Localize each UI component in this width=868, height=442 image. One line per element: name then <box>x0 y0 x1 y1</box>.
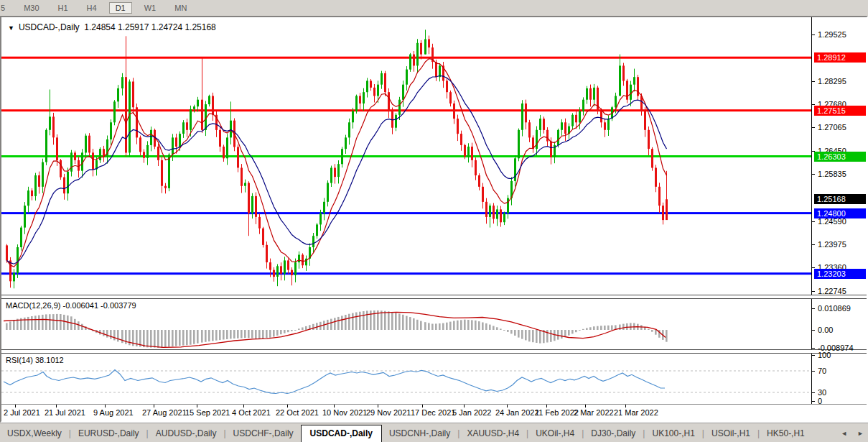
time-tick <box>378 405 378 408</box>
time-axis: 2 Jul 202121 Jul 20219 Aug 202127 Aug 20… <box>1 404 867 423</box>
price-tick <box>812 81 815 82</box>
price-tick <box>812 34 815 35</box>
period-button-w1[interactable]: W1 <box>138 2 163 14</box>
price-badge-1.26303: 1.26303 <box>814 152 866 162</box>
period-toolbar: 5M30H1H4D1W1MN <box>0 0 868 16</box>
x-axis-label: 15 Sep 2021 <box>185 408 230 417</box>
price-tick <box>812 127 815 128</box>
period-button-h4[interactable]: H4 <box>80 2 103 14</box>
tab-usdchf-daily[interactable]: USDCHF-,Daily <box>226 425 301 441</box>
tab-usdcad-daily[interactable]: USDCAD-,Daily <box>301 425 382 442</box>
x-axis-label: 21 Jul 2021 <box>45 408 85 417</box>
x-axis-label: 22 Oct 2021 <box>276 408 319 417</box>
time-tick <box>154 405 154 408</box>
x-axis-label: 21 Mar 2022 <box>614 408 658 417</box>
price-badge-1.23203: 1.23203 <box>814 269 866 279</box>
rsi-plot[interactable] <box>1 354 811 404</box>
macd-tick-label: 0.00 <box>818 326 833 334</box>
chart-tab-bar: USDX,Weekly|EURUSD-,Daily|AUDUSD-,Daily|… <box>0 423 868 442</box>
x-axis-label: 2 Jul 2021 <box>4 408 40 417</box>
price-tick-label: 1.25835 <box>818 170 846 178</box>
tab-xauusd-h4[interactable]: XAUUSD-,H4 <box>459 425 526 441</box>
x-axis-label: 10 Nov 2021 <box>322 408 367 417</box>
x-axis-label: 24 Jan 2022 <box>495 408 539 417</box>
time-tick <box>15 405 16 408</box>
rsi-tick-label: 70 <box>818 367 826 375</box>
price-tick <box>812 104 815 105</box>
tab-uk100-h1[interactable]: UK100-,H1 <box>645 425 701 441</box>
price-badge-1.24800: 1.24800 <box>814 208 866 218</box>
time-tick <box>585 405 586 408</box>
time-tick <box>105 405 106 408</box>
rsi-label: RSI(14) 38.1012 <box>6 356 64 364</box>
chart-title: ▼USDCAD-,Daily 1.24854 1.25917 1.24724 1… <box>8 22 216 32</box>
time-tick <box>464 405 465 408</box>
chart-ohlc-values: 1.24854 1.25917 1.24724 1.25168 <box>84 22 216 32</box>
rsi-tick <box>812 392 815 393</box>
chart-symbol-label: USDCAD-,Daily <box>19 22 80 32</box>
time-tick <box>287 405 288 408</box>
time-tick <box>197 405 197 408</box>
period-button-5[interactable]: 5 <box>0 2 11 14</box>
macd-axis: 0.0108690.00-0.008974 <box>811 299 867 349</box>
rsi-tick <box>812 355 815 356</box>
x-axis-label: 17 Dec 2021 <box>411 408 455 417</box>
x-axis-label: 2 Mar 2022 <box>574 408 614 417</box>
tab-usdx-weekly[interactable]: USDX,Weekly <box>0 425 69 441</box>
x-axis-label: 29 Nov 2021 <box>366 408 411 417</box>
price-badge-1.25168: 1.25168 <box>814 194 866 204</box>
tab-scroll-left-icon[interactable]: ◄ <box>841 430 847 437</box>
price-tick-label: 1.28295 <box>818 77 846 86</box>
x-axis-label: 5 Jan 2022 <box>452 408 491 417</box>
period-button-m30[interactable]: M30 <box>17 2 45 14</box>
x-axis-label: 11 Feb 2022 <box>535 408 579 417</box>
chart-window: ▼USDCAD-,Daily 1.24854 1.25917 1.24724 1… <box>0 16 868 423</box>
rsi-tick <box>812 401 815 402</box>
tab-usoil-h1[interactable]: USOil-,H1 <box>704 425 757 441</box>
x-axis-label: 9 Aug 2021 <box>93 408 134 417</box>
price-chart-plot[interactable] <box>1 17 811 295</box>
price-tick-label: 1.29525 <box>818 30 846 39</box>
time-tick <box>243 405 244 408</box>
macd-tick-label: 0.010869 <box>818 304 851 313</box>
rsi-pane[interactable]: RSI(14) 38.1012 10070300 <box>1 354 867 404</box>
time-tick <box>507 405 508 408</box>
macd-tick <box>812 348 815 349</box>
tab-ukoil-h4[interactable]: UKOil-,H4 <box>528 425 582 441</box>
x-axis-label: 27 Aug 2021 <box>142 408 187 417</box>
level-line-1.26303 <box>1 155 811 157</box>
time-tick <box>334 405 335 408</box>
time-tick <box>546 405 547 408</box>
macd-tick <box>812 330 815 331</box>
price-badge-1.28912: 1.28912 <box>814 52 866 63</box>
macd-pane[interactable]: MACD(12,26,9) -0.006041 -0.003779 0.0108… <box>1 299 867 349</box>
tab-eurusd-daily[interactable]: EURUSD-,Daily <box>71 425 146 441</box>
tab-usdcnh-daily[interactable]: USDCNH-,Daily <box>382 425 457 441</box>
price-tick <box>812 244 815 245</box>
tab-hk50-h1[interactable]: HK50-,H1 <box>760 425 812 441</box>
period-button-d1[interactable]: D1 <box>109 2 132 14</box>
tab-audusd-daily[interactable]: AUDUSD-,Daily <box>149 425 224 441</box>
price-tick <box>812 221 815 222</box>
price-pane[interactable]: ▼USDCAD-,Daily 1.24854 1.25917 1.24724 1… <box>1 17 867 295</box>
level-line-1.23203 <box>1 272 811 275</box>
rsi-tick-label: 100 <box>818 351 831 359</box>
time-tick <box>56 405 57 408</box>
level-line-1.28912 <box>1 57 811 59</box>
level-line-1.248 <box>1 212 811 214</box>
rsi-axis: 10070300 <box>811 354 867 404</box>
price-tick <box>812 267 815 268</box>
rsi-tick-label: 30 <box>818 388 826 397</box>
time-tick <box>625 405 626 408</box>
price-tick-label: 1.27065 <box>818 123 846 132</box>
price-tick-label: 1.22745 <box>818 287 846 295</box>
chart-dropdown-icon[interactable]: ▼ <box>8 24 14 32</box>
price-axis: 1.295251.282951.276801.270651.264501.258… <box>811 17 867 295</box>
price-tick-label: 1.23975 <box>818 240 846 249</box>
tab-dj30-daily[interactable]: DJ30-,Daily <box>584 425 643 441</box>
tab-scroll-right-icon[interactable]: ► <box>857 430 864 437</box>
macd-label: MACD(12,26,9) -0.006041 -0.003779 <box>6 301 136 310</box>
period-button-h1[interactable]: H1 <box>52 2 75 14</box>
period-button-mn[interactable]: MN <box>168 2 193 14</box>
x-axis-label: 4 Oct 2021 <box>232 408 271 417</box>
